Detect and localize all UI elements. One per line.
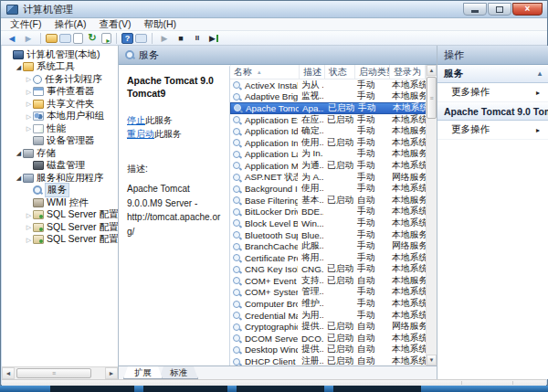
collapse-icon[interactable]: ▴ [538,69,542,78]
expander-icon[interactable]: ▷ [25,89,33,95]
column-header[interactable]: 登录为 [390,65,426,79]
service-row[interactable]: Block Level Back...Win...手动本地系统 [230,217,426,229]
menu-item[interactable]: 操作(A) [47,18,92,31]
tree-item[interactable]: 计算机管理(本地) [2,48,118,61]
back-icon[interactable] [5,32,19,44]
title-bar[interactable]: 计算机管理 × [1,1,547,18]
service-row[interactable]: Application Iden...确定...手动本地服务 [230,125,426,137]
tree-item[interactable]: 磁盘管理 [2,160,118,173]
expander-icon[interactable]: ▷ [25,76,33,82]
service-row[interactable]: BranchCache此服...手动网络服务 [230,240,426,252]
expander-icon[interactable]: ◢ [15,150,23,156]
minimize-icon[interactable] [463,3,487,16]
service-row[interactable]: Credential Mana...为用...手动本地系统 [230,310,426,322]
expander-icon[interactable]: ▷ [25,113,33,120]
service-row[interactable]: Base Filtering En...基本...已启动自动本地服务 [230,195,426,207]
taskbar-button[interactable] [237,386,324,392]
service-row[interactable]: Background Inte...使用...手动本地系统 [230,183,426,195]
start-service-icon[interactable] [157,32,172,44]
service-row[interactable]: Adaptive Brightn...监视...手动本地服务 [230,91,426,103]
column-header[interactable]: 启动类型 [355,65,390,79]
service-row[interactable]: ASP.NET 状态服务为 A...手动网络服务 [230,172,426,184]
actions-section-header[interactable]: 服务▴ [437,65,548,83]
expander-icon[interactable]: ◢ [15,64,23,70]
service-row[interactable]: Certificate Propa...将用...手动本地系统 [230,252,426,264]
forward-icon[interactable] [21,32,36,44]
restart-service-link[interactable]: 重启动 [127,129,154,139]
service-row[interactable]: Computer Brow...维护...手动本地系统 [230,298,426,310]
expander-icon[interactable]: ◢ [15,175,23,181]
scroll-down-icon[interactable]: ▼ [427,355,437,366]
console-window-icon[interactable] [59,34,71,43]
service-row[interactable]: Application Man...为通...已启动手动本地系统 [230,160,426,172]
service-row[interactable]: DCOM Server Pr...DCO...已启动自动本地系统 [230,333,426,344]
service-row[interactable]: Bluetooth Supp...Blue...手动本地服务 [230,229,426,241]
service-row[interactable]: Cryptographic S...提供...已启动自动网络服务 [230,321,426,333]
service-row[interactable]: COM+ Event Sys...支持...已启动自动本地服务 [230,275,426,287]
taskbar-button[interactable] [143,386,227,392]
scroll-right-icon[interactable]: ► [105,367,118,379]
tree-horizontal-scrollbar[interactable]: ◄ ≡ ► [2,366,118,379]
tree-item[interactable]: ▷事件查看器 [2,86,118,99]
tree-item[interactable]: ◢系统工具 [2,61,118,74]
tree-item[interactable]: WMI 控件 [2,196,118,209]
close-icon[interactable]: × [512,3,543,16]
service-row[interactable]: ActiveX Installer ...为从 ...手动本地系统 [230,79,426,91]
export-list-icon[interactable] [101,33,111,44]
menu-item[interactable]: 查看(V) [92,18,137,31]
up-folder-icon[interactable] [46,34,58,43]
service-row[interactable]: Apache Tomcat ...Apa...已启动手动本地系统 [230,102,426,114]
scrollbar-thumb[interactable]: ≡ [427,77,437,119]
menu-item[interactable]: 帮助(H) [137,18,183,31]
expander-icon[interactable]: ▷ [25,101,33,107]
tree-item[interactable]: ▷SQL Server 配置管理器 [2,209,118,222]
cell: 网络服务 [388,240,426,252]
service-row[interactable]: Application Expe...在应...已启动手动本地系统 [230,114,426,126]
column-header[interactable]: 名称▴ [230,65,300,79]
maximize-icon[interactable] [488,3,511,16]
stop-service-link[interactable]: 停止 [127,115,145,125]
tab-extended[interactable]: 扩展 [123,366,163,379]
service-row[interactable]: COM+ System A...管理...手动本地系统 [230,287,426,299]
service-row[interactable]: BitLocker Drive ...BDE...手动本地系统 [230,207,426,218]
tree-item[interactable]: ▷共享文件夹 [2,98,118,111]
help-icon[interactable] [121,33,133,44]
service-row[interactable]: Application Infor...使用...已启动手动本地系统 [230,137,426,149]
expander-icon[interactable]: ▷ [25,125,33,132]
tree-item[interactable]: ▷性能 [2,122,118,135]
properties-icon[interactable] [73,33,83,44]
pause-service-icon[interactable] [190,32,205,44]
tree-item[interactable]: ▷本地用户和组 [2,111,118,123]
menu-item[interactable]: 文件(F) [4,18,47,31]
tab-standard[interactable]: 标准 [159,366,198,379]
console-tree: 计算机管理(本地)◢系统工具▷任务计划程序▷事件查看器▷共享文件夹▷本地用户和组… [2,46,118,246]
service-row[interactable]: CNG Key IsolationCNG...已启动手动本地系统 [230,264,426,276]
stop-service-icon[interactable] [174,32,188,44]
actions-section-header[interactable]: Apache Tomcat 9.0 Tomc...▴ [437,102,548,121]
expander-icon[interactable]: ▷ [25,224,33,230]
actions-item[interactable]: 更多操作▸ [437,121,548,140]
tree-item[interactable]: ▷SQL Server 配置管理器 [2,234,118,247]
tree-item[interactable]: ▷任务计划程序 [2,73,118,86]
column-header[interactable]: 状态 [325,65,355,79]
service-row[interactable]: DHCP Client注册...已启动自动本地系统 [230,355,426,366]
service-row[interactable]: Desktop Windo...提供...已启动自动本地系统 [230,344,426,356]
restart-service-icon[interactable] [206,32,221,44]
tree-item[interactable]: ▷SQL Server 配置管理器 [2,221,118,234]
tree-item[interactable]: 设备管理器 [2,135,118,148]
tree-item[interactable]: ◢存储 [2,147,118,160]
service-row[interactable]: Application Laye...为 In...手动本地服务 [230,149,426,161]
show-hide-pane-icon[interactable] [135,34,147,43]
expander-icon[interactable]: ▷ [25,237,33,243]
scroll-up-icon[interactable]: ▲ [427,65,437,76]
scroll-left-icon[interactable]: ◄ [2,367,15,379]
list-vertical-scrollbar[interactable]: ▲ ≡ ▼ [426,65,437,366]
expander-icon[interactable]: ▷ [25,212,33,218]
refresh-icon[interactable] [85,32,100,44]
scrollbar-thumb[interactable]: ≡ [16,368,91,378]
taskbar-button[interactable] [50,386,134,392]
tree-item[interactable]: 服务 [2,185,118,197]
column-header[interactable]: 描述 [300,65,325,79]
actions-item[interactable]: 更多操作▸ [437,83,548,102]
taskbar-button[interactable] [333,386,421,392]
